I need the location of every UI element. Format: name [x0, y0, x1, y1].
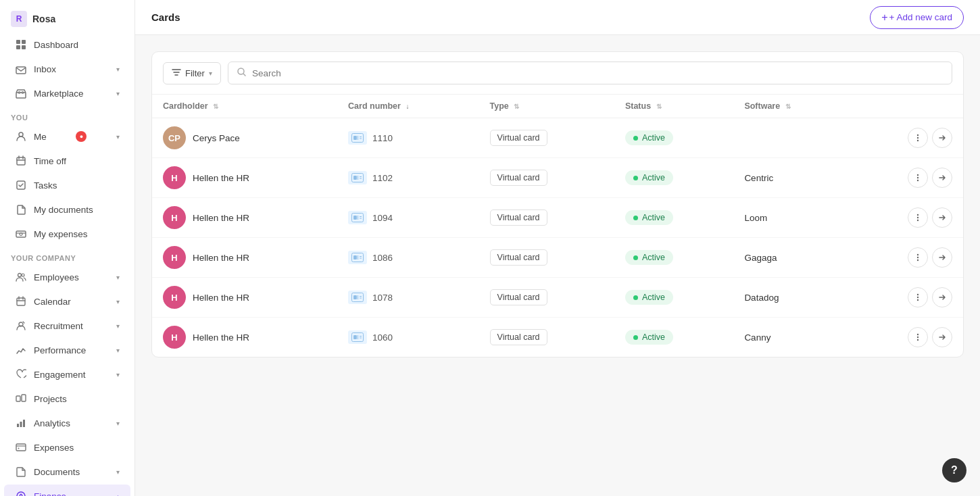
- type-badge: Virtual card: [490, 289, 547, 305]
- search-icon: [237, 67, 247, 79]
- svg-rect-59: [353, 295, 357, 299]
- more-options-button[interactable]: [908, 168, 928, 188]
- go-to-card-button[interactable]: [932, 327, 952, 347]
- more-options-button[interactable]: [908, 128, 928, 148]
- go-to-card-button[interactable]: [932, 287, 952, 307]
- go-to-card-button[interactable]: [932, 128, 952, 148]
- sidebar-item-performance[interactable]: Performance ▾: [4, 339, 130, 362]
- cardholder-name: Hellen the HR: [193, 173, 249, 183]
- sidebar-item-label: Recruitment: [34, 321, 83, 331]
- analytics-icon: [15, 417, 27, 429]
- more-options-button[interactable]: [908, 327, 928, 347]
- sidebar-item-my-documents[interactable]: My documents: [4, 198, 130, 221]
- col-status[interactable]: Status ⇅: [614, 95, 733, 118]
- actions-cell: [850, 198, 963, 238]
- go-to-card-button[interactable]: [932, 168, 952, 188]
- svg-rect-18: [22, 395, 26, 401]
- software-cell: [733, 118, 850, 158]
- status-badge: Active: [625, 130, 673, 145]
- svg-point-48: [917, 217, 918, 218]
- documents-icon: [15, 466, 27, 478]
- table-row: H Hellen the HR 1060 Virtual card Active…: [152, 318, 963, 357]
- sidebar-item-expenses[interactable]: Expenses: [4, 436, 130, 459]
- sidebar-item-me[interactable]: Me ● ▾: [4, 125, 130, 148]
- col-card-number[interactable]: Card number ↓: [337, 95, 479, 118]
- svg-point-49: [917, 220, 918, 221]
- actions-cell: [850, 118, 963, 158]
- card-chip-icon: [348, 131, 367, 145]
- sidebar-item-dashboard[interactable]: Dashboard: [4, 33, 130, 56]
- svg-rect-43: [353, 216, 357, 220]
- svg-rect-15: [17, 298, 25, 305]
- filter-label: Filter: [185, 68, 205, 78]
- person-icon: [15, 130, 27, 143]
- logo-icon: R: [11, 11, 27, 27]
- sidebar-item-label: Time off: [34, 156, 66, 166]
- card-chip-icon: [348, 251, 367, 264]
- status-cell: Active: [614, 238, 733, 278]
- sort-icon: ⇅: [785, 103, 791, 110]
- add-new-card-button[interactable]: + + Add new card: [870, 6, 964, 29]
- sidebar-item-analytics[interactable]: Analytics ▾: [4, 412, 130, 435]
- timeoff-icon: [15, 155, 27, 167]
- col-cardholder[interactable]: Cardholder ⇅: [152, 95, 337, 118]
- actions-cell: [850, 318, 963, 357]
- store-icon: [15, 87, 27, 99]
- sidebar-item-finance[interactable]: Finance ▴: [4, 485, 130, 496]
- svg-rect-5: [16, 93, 26, 98]
- performance-icon: [15, 344, 27, 356]
- svg-rect-27: [353, 136, 357, 140]
- go-to-card-button[interactable]: [932, 247, 952, 268]
- more-options-button[interactable]: [908, 287, 928, 307]
- chevron-down-icon: ▾: [116, 274, 120, 281]
- col-actions: [850, 95, 963, 118]
- cardholder-name: Hellen the HR: [193, 293, 249, 303]
- sidebar-item-marketplace[interactable]: Marketplace ▾: [4, 82, 130, 105]
- col-type[interactable]: Type ⇅: [479, 95, 614, 118]
- card-number-cell: 1110: [337, 118, 479, 158]
- col-software[interactable]: Software ⇅: [733, 95, 850, 118]
- type-badge: Virtual card: [490, 329, 547, 345]
- sidebar-item-my-expenses[interactable]: My expenses: [4, 222, 130, 245]
- calendar-icon: [15, 295, 27, 307]
- svg-rect-19: [17, 424, 19, 427]
- type-badge: Virtual card: [490, 209, 547, 226]
- cards-table-container: Filter ▾ Cardholder ⇅: [151, 51, 964, 357]
- search-input[interactable]: [252, 68, 944, 78]
- status-dot: [633, 216, 638, 220]
- more-options-button[interactable]: [908, 247, 928, 268]
- sidebar-item-calendar[interactable]: Calendar ▾: [4, 290, 130, 313]
- avatar: H: [163, 326, 186, 349]
- engagement-icon: [15, 368, 27, 380]
- tasks-icon: [15, 179, 27, 191]
- sidebar-item-documents[interactable]: Documents ▾: [4, 460, 130, 483]
- svg-point-55: [917, 254, 918, 255]
- software-cell: Gagaga: [733, 238, 850, 278]
- chevron-up-icon: ▴: [116, 493, 120, 497]
- sidebar-item-label: Expenses: [34, 443, 74, 453]
- svg-point-13: [18, 274, 22, 277]
- sidebar-item-inbox[interactable]: Inbox ▾: [4, 57, 130, 80]
- card-number: 1094: [372, 213, 393, 223]
- sidebar-item-time-off[interactable]: Time off: [4, 149, 130, 172]
- sidebar-item-recruitment[interactable]: Recruitment ▾: [4, 314, 130, 337]
- page-title: Cards: [151, 11, 180, 23]
- svg-point-71: [917, 334, 918, 335]
- svg-rect-20: [20, 422, 22, 427]
- table-row: CP Cerys Pace 1110 Virtual card Active: [152, 118, 963, 158]
- svg-point-31: [917, 134, 918, 136]
- card-chip-icon: [348, 291, 367, 304]
- help-button[interactable]: ?: [942, 458, 966, 482]
- more-options-button[interactable]: [908, 207, 928, 228]
- filter-button[interactable]: Filter ▾: [163, 62, 221, 84]
- sidebar-item-employees[interactable]: Employees ▾: [4, 266, 130, 289]
- type-cell: Virtual card: [479, 118, 614, 158]
- sidebar-item-tasks[interactable]: Tasks: [4, 174, 130, 197]
- go-to-card-button[interactable]: [932, 207, 952, 228]
- sidebar-item-engagement[interactable]: Engagement ▾: [4, 363, 130, 386]
- svg-rect-21: [23, 420, 25, 427]
- type-badge: Virtual card: [490, 170, 547, 186]
- svg-rect-11: [16, 231, 26, 237]
- sidebar-item-projects[interactable]: Projects: [4, 387, 130, 410]
- card-number-cell: 1060: [337, 318, 479, 357]
